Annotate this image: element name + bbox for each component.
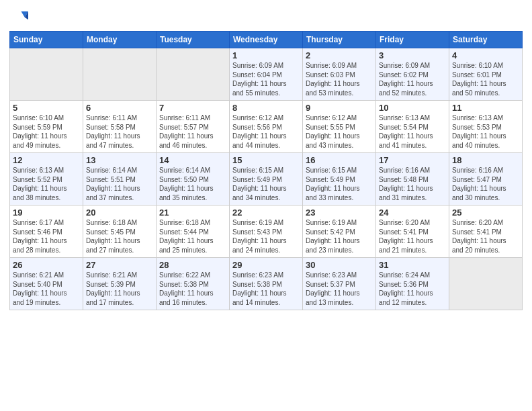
weekday-header-monday: Monday <box>83 32 157 48</box>
day-number: 11 <box>452 103 519 113</box>
day-info: Sunrise: 6:10 AMSunset: 6:01 PMDaylight:… <box>452 61 519 97</box>
day-number: 4 <box>452 50 519 60</box>
day-number: 22 <box>232 208 300 218</box>
day-info: Sunrise: 6:13 AMSunset: 5:53 PMDaylight:… <box>452 113 519 150</box>
day-cell <box>10 48 83 101</box>
day-cell <box>449 258 523 310</box>
week-row-3: 12Sunrise: 6:13 AMSunset: 5:52 PMDayligh… <box>10 153 523 205</box>
day-cell: 10Sunrise: 6:13 AMSunset: 5:54 PMDayligh… <box>376 101 449 153</box>
day-info: Sunrise: 6:23 AMSunset: 5:38 PMDaylight:… <box>232 271 300 307</box>
day-info: Sunrise: 6:20 AMSunset: 5:41 PMDaylight:… <box>452 218 519 255</box>
day-number: 28 <box>159 260 226 270</box>
day-number: 16 <box>306 155 373 165</box>
day-cell: 27Sunrise: 6:21 AMSunset: 5:39 PMDayligh… <box>83 258 157 310</box>
day-info: Sunrise: 6:21 AMSunset: 5:40 PMDaylight:… <box>13 271 80 307</box>
day-number: 21 <box>159 208 226 218</box>
day-info: Sunrise: 6:09 AMSunset: 6:02 PMDaylight:… <box>379 61 446 97</box>
day-info: Sunrise: 6:12 AMSunset: 5:55 PMDaylight:… <box>306 113 373 150</box>
day-cell: 15Sunrise: 6:15 AMSunset: 5:49 PMDayligh… <box>230 153 303 205</box>
day-cell: 9Sunrise: 6:12 AMSunset: 5:55 PMDaylight… <box>303 101 376 153</box>
day-info: Sunrise: 6:15 AMSunset: 5:49 PMDaylight:… <box>306 166 373 202</box>
weekday-header-sunday: Sunday <box>10 32 83 48</box>
week-row-1: 1Sunrise: 6:09 AMSunset: 6:04 PMDaylight… <box>10 48 523 101</box>
week-row-5: 26Sunrise: 6:21 AMSunset: 5:40 PMDayligh… <box>10 258 523 310</box>
day-number: 13 <box>86 155 153 165</box>
day-info: Sunrise: 6:14 AMSunset: 5:50 PMDaylight:… <box>159 166 226 202</box>
day-cell: 28Sunrise: 6:22 AMSunset: 5:38 PMDayligh… <box>157 258 230 310</box>
weekday-header-wednesday: Wednesday <box>230 32 303 48</box>
day-info: Sunrise: 6:20 AMSunset: 5:41 PMDaylight:… <box>379 218 446 255</box>
day-number: 31 <box>379 260 446 270</box>
day-number: 5 <box>13 103 80 113</box>
day-cell: 4Sunrise: 6:10 AMSunset: 6:01 PMDaylight… <box>449 48 523 101</box>
day-number: 10 <box>379 103 446 113</box>
day-cell: 7Sunrise: 6:11 AMSunset: 5:57 PMDaylight… <box>157 101 230 153</box>
day-info: Sunrise: 6:15 AMSunset: 5:49 PMDaylight:… <box>232 166 300 202</box>
day-info: Sunrise: 6:21 AMSunset: 5:39 PMDaylight:… <box>86 271 153 307</box>
day-cell: 21Sunrise: 6:18 AMSunset: 5:44 PMDayligh… <box>157 205 230 258</box>
day-cell: 29Sunrise: 6:23 AMSunset: 5:38 PMDayligh… <box>230 258 303 310</box>
day-cell: 12Sunrise: 6:13 AMSunset: 5:52 PMDayligh… <box>10 153 83 205</box>
day-cell: 16Sunrise: 6:15 AMSunset: 5:49 PMDayligh… <box>303 153 376 205</box>
day-info: Sunrise: 6:23 AMSunset: 5:37 PMDaylight:… <box>306 271 373 307</box>
header <box>9 7 523 26</box>
day-info: Sunrise: 6:19 AMSunset: 5:42 PMDaylight:… <box>306 218 373 255</box>
day-info: Sunrise: 6:11 AMSunset: 5:58 PMDaylight:… <box>86 113 153 150</box>
day-number: 27 <box>86 260 153 270</box>
day-cell: 14Sunrise: 6:14 AMSunset: 5:50 PMDayligh… <box>157 153 230 205</box>
day-info: Sunrise: 6:24 AMSunset: 5:36 PMDaylight:… <box>379 271 446 307</box>
day-cell: 19Sunrise: 6:17 AMSunset: 5:46 PMDayligh… <box>10 205 83 258</box>
day-cell: 22Sunrise: 6:19 AMSunset: 5:43 PMDayligh… <box>230 205 303 258</box>
day-number: 23 <box>306 208 373 218</box>
day-cell: 24Sunrise: 6:20 AMSunset: 5:41 PMDayligh… <box>376 205 449 258</box>
day-info: Sunrise: 6:19 AMSunset: 5:43 PMDaylight:… <box>232 218 300 255</box>
day-number: 1 <box>232 50 300 60</box>
day-number: 15 <box>232 155 300 165</box>
day-cell: 1Sunrise: 6:09 AMSunset: 6:04 PMDaylight… <box>230 48 303 101</box>
day-cell: 30Sunrise: 6:23 AMSunset: 5:37 PMDayligh… <box>303 258 376 310</box>
day-info: Sunrise: 6:10 AMSunset: 5:59 PMDaylight:… <box>13 113 80 150</box>
day-cell <box>83 48 157 101</box>
weekday-header-tuesday: Tuesday <box>157 32 230 48</box>
day-info: Sunrise: 6:16 AMSunset: 5:48 PMDaylight:… <box>379 166 446 202</box>
day-number: 29 <box>232 260 300 270</box>
day-info: Sunrise: 6:16 AMSunset: 5:47 PMDaylight:… <box>452 166 519 202</box>
day-number: 8 <box>232 103 300 113</box>
day-info: Sunrise: 6:18 AMSunset: 5:44 PMDaylight:… <box>159 218 226 255</box>
page-container: SundayMondayTuesdayWednesdayThursdayFrid… <box>0 0 532 317</box>
day-number: 25 <box>452 208 519 218</box>
day-cell: 3Sunrise: 6:09 AMSunset: 6:02 PMDaylight… <box>376 48 449 101</box>
day-cell <box>157 48 230 101</box>
week-row-2: 5Sunrise: 6:10 AMSunset: 5:59 PMDaylight… <box>10 101 523 153</box>
weekday-header-friday: Friday <box>376 32 449 48</box>
day-number: 18 <box>452 155 519 165</box>
weekday-header-thursday: Thursday <box>303 32 376 48</box>
day-info: Sunrise: 6:09 AMSunset: 6:04 PMDaylight:… <box>232 61 300 97</box>
day-cell: 11Sunrise: 6:13 AMSunset: 5:53 PMDayligh… <box>449 101 523 153</box>
day-number: 26 <box>13 260 80 270</box>
day-cell: 13Sunrise: 6:14 AMSunset: 5:51 PMDayligh… <box>83 153 157 205</box>
day-number: 17 <box>379 155 446 165</box>
day-info: Sunrise: 6:14 AMSunset: 5:51 PMDaylight:… <box>86 166 153 202</box>
day-cell: 20Sunrise: 6:18 AMSunset: 5:45 PMDayligh… <box>83 205 157 258</box>
day-cell: 18Sunrise: 6:16 AMSunset: 5:47 PMDayligh… <box>449 153 523 205</box>
day-number: 30 <box>306 260 373 270</box>
day-info: Sunrise: 6:09 AMSunset: 6:03 PMDaylight:… <box>306 61 373 97</box>
day-cell: 2Sunrise: 6:09 AMSunset: 6:03 PMDaylight… <box>303 48 376 101</box>
day-info: Sunrise: 6:13 AMSunset: 5:52 PMDaylight:… <box>13 166 80 202</box>
week-row-4: 19Sunrise: 6:17 AMSunset: 5:46 PMDayligh… <box>10 205 523 258</box>
logo-icon <box>9 7 28 26</box>
day-cell: 6Sunrise: 6:11 AMSunset: 5:58 PMDaylight… <box>83 101 157 153</box>
day-info: Sunrise: 6:22 AMSunset: 5:38 PMDaylight:… <box>159 271 226 307</box>
day-number: 6 <box>86 103 153 113</box>
weekday-header-row: SundayMondayTuesdayWednesdayThursdayFrid… <box>10 32 523 48</box>
day-cell: 25Sunrise: 6:20 AMSunset: 5:41 PMDayligh… <box>449 205 523 258</box>
day-cell: 17Sunrise: 6:16 AMSunset: 5:48 PMDayligh… <box>376 153 449 205</box>
day-cell: 5Sunrise: 6:10 AMSunset: 5:59 PMDaylight… <box>10 101 83 153</box>
day-number: 24 <box>379 208 446 218</box>
day-cell: 8Sunrise: 6:12 AMSunset: 5:56 PMDaylight… <box>230 101 303 153</box>
calendar-table: SundayMondayTuesdayWednesdayThursdayFrid… <box>9 31 523 310</box>
day-number: 7 <box>159 103 226 113</box>
day-number: 14 <box>159 155 226 165</box>
day-info: Sunrise: 6:13 AMSunset: 5:54 PMDaylight:… <box>379 113 446 150</box>
